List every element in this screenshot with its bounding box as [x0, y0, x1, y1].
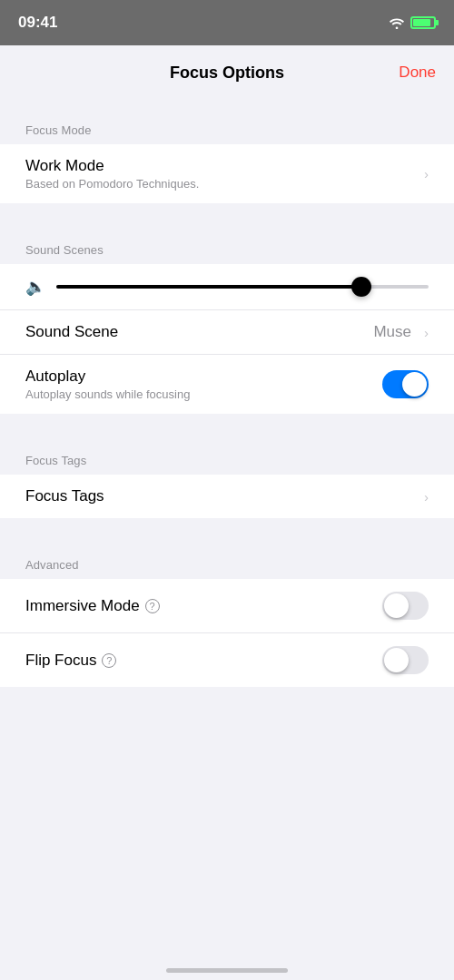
immersive-mode-toggle[interactable] — [382, 592, 429, 620]
autoplay-toggle[interactable] — [382, 370, 429, 398]
nav-title: Focus Options — [170, 64, 284, 83]
autoplay-label: Autoplay — [25, 368, 382, 386]
autoplay-toggle-knob — [402, 372, 427, 397]
sound-scene-right: Muse › — [373, 323, 429, 341]
sound-scenes-section: Sound Scenes 🔈 Sound Scene Muse › — [0, 229, 454, 414]
focus-tags-card: Focus Tags › — [0, 475, 454, 518]
sound-scene-chevron: › — [424, 325, 429, 340]
autoplay-row: Autoplay Autoplay sounds while focusing — [0, 355, 454, 414]
status-time: 09:41 — [18, 14, 57, 32]
advanced-section-label: Advanced — [0, 544, 454, 579]
status-icons — [389, 16, 436, 29]
done-button[interactable]: Done — [399, 64, 436, 82]
nav-header: Focus Options Done — [0, 45, 454, 100]
work-mode-subtitle: Based on Pomodoro Techniques. — [25, 177, 417, 191]
work-mode-title: Work Mode — [25, 157, 417, 175]
slider-thumb — [351, 277, 371, 297]
advanced-card: Immersive Mode ? Flip Focus ? — [0, 579, 454, 687]
focus-tags-section-label: Focus Tags — [0, 439, 454, 475]
flip-focus-toggle[interactable] — [382, 646, 429, 674]
work-mode-card: Work Mode Based on Pomodoro Techniques. … — [0, 144, 454, 203]
status-bar: 09:41 — [0, 0, 454, 45]
immersive-mode-label: Immersive Mode — [25, 597, 140, 615]
flip-focus-label: Flip Focus — [25, 652, 96, 670]
flip-focus-help[interactable]: ? — [102, 653, 116, 668]
advanced-section: Advanced Immersive Mode ? Flip Focus — [0, 544, 454, 687]
flip-focus-knob — [384, 648, 409, 672]
immersive-mode-row: Immersive Mode ? — [0, 579, 454, 633]
work-mode-chevron: › — [424, 166, 429, 181]
sound-scene-value: Muse — [373, 323, 411, 341]
focus-tags-row[interactable]: Focus Tags › — [0, 475, 454, 518]
focus-tags-chevron: › — [424, 489, 429, 505]
work-mode-content: Work Mode Based on Pomodoro Techniques. — [25, 157, 417, 191]
work-mode-right: › — [417, 166, 429, 181]
divider-2 — [0, 414, 454, 439]
focus-tags-right: › — [417, 489, 429, 505]
immersive-mode-help[interactable]: ? — [145, 599, 160, 613]
sound-scene-label: Sound Scene — [25, 323, 118, 341]
focus-mode-section-label: Focus Mode — [0, 109, 454, 144]
immersive-mode-knob — [384, 593, 409, 618]
sound-card: 🔈 Sound Scene Muse › — [0, 264, 454, 414]
focus-mode-section: Focus Mode Work Mode Based on Pomodoro T… — [0, 109, 454, 203]
autoplay-content: Autoplay Autoplay sounds while focusing — [25, 368, 382, 401]
immersive-mode-left: Immersive Mode ? — [25, 597, 382, 615]
battery-fill — [413, 19, 430, 26]
volume-icon: 🔈 — [25, 277, 45, 297]
sound-scenes-section-label: Sound Scenes — [0, 229, 454, 264]
focus-tags-section: Focus Tags Focus Tags › — [0, 439, 454, 518]
flip-focus-left: Flip Focus ? — [25, 652, 382, 670]
slider-fill — [56, 285, 361, 289]
wifi-icon — [389, 16, 405, 29]
divider-3 — [0, 518, 454, 544]
main-container: Focus Options Done Focus Mode Work Mode … — [0, 45, 454, 980]
divider-1 — [0, 203, 454, 229]
volume-slider[interactable] — [56, 285, 429, 289]
work-mode-row[interactable]: Work Mode Based on Pomodoro Techniques. … — [0, 144, 454, 203]
content: Focus Mode Work Mode Based on Pomodoro T… — [0, 100, 454, 696]
sound-scene-row[interactable]: Sound Scene Muse › — [0, 309, 454, 355]
autoplay-subtitle: Autoplay sounds while focusing — [25, 387, 382, 401]
battery-icon — [410, 16, 436, 29]
flip-focus-row: Flip Focus ? — [0, 633, 454, 687]
focus-tags-title: Focus Tags — [25, 487, 104, 505]
home-indicator — [166, 968, 288, 973]
volume-row: 🔈 — [0, 264, 454, 309]
